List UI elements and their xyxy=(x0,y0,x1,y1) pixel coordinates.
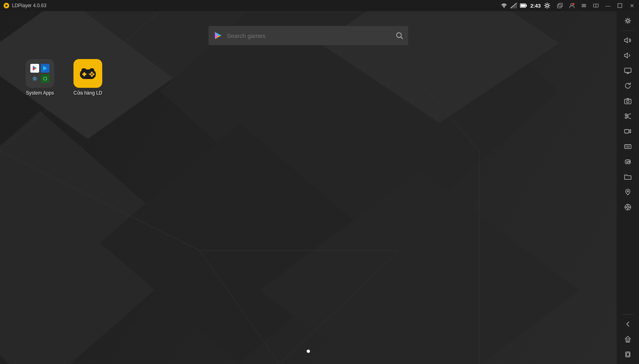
sidebar-camera-icon[interactable] xyxy=(620,94,636,108)
svg-line-45 xyxy=(627,114,631,115)
home-icon xyxy=(624,336,631,343)
system-apps-label: System Apps xyxy=(26,90,54,97)
display-mode-btn[interactable] xyxy=(590,0,601,11)
sidebar-divider-1 xyxy=(622,30,634,31)
sidebar-video-icon[interactable] xyxy=(620,124,636,138)
sidebar-keyboard-icon[interactable] xyxy=(620,139,636,154)
svg-line-23 xyxy=(401,37,403,39)
system-apps-icon[interactable]: System Apps xyxy=(24,59,56,97)
maximize-btn[interactable] xyxy=(614,0,625,11)
svg-point-29 xyxy=(91,72,93,74)
svg-rect-50 xyxy=(625,145,631,149)
close-btn[interactable]: ✕ xyxy=(626,0,637,11)
svg-point-30 xyxy=(93,73,95,75)
svg-line-46 xyxy=(627,117,631,119)
joystick-icon xyxy=(624,204,631,211)
sidebar-volume-down-icon[interactable] xyxy=(620,48,636,63)
svg-rect-38 xyxy=(625,68,631,73)
keyboard-icon xyxy=(624,143,631,150)
search-icon xyxy=(395,32,403,40)
svg-point-43 xyxy=(625,114,627,116)
location-pin-icon xyxy=(624,188,631,196)
search-bar[interactable] xyxy=(208,26,408,45)
sidebar-scissors-icon[interactable] xyxy=(620,109,636,123)
google-play-icon xyxy=(213,31,223,40)
back-arrow-icon xyxy=(624,320,631,328)
svg-rect-72 xyxy=(626,353,629,356)
svg-point-11 xyxy=(546,4,548,7)
gamepad-icon xyxy=(624,158,631,165)
emulator-viewport: System Apps xyxy=(0,11,617,364)
account-btn[interactable] xyxy=(566,0,577,11)
svg-rect-35 xyxy=(86,73,87,74)
recents-icon xyxy=(624,351,631,358)
svg-point-24 xyxy=(34,78,36,80)
svg-rect-13 xyxy=(559,3,562,7)
gear-icon xyxy=(624,17,631,24)
video-icon xyxy=(624,128,631,135)
search-input[interactable] xyxy=(227,32,391,39)
sidebar-recents-btn[interactable] xyxy=(620,347,636,362)
svg-rect-21 xyxy=(618,4,622,8)
svg-point-61 xyxy=(629,162,630,162)
status-area: 2:43 xyxy=(501,2,550,9)
sidebar-back-btn[interactable] xyxy=(620,317,636,331)
sidebar-gamepad-icon[interactable] xyxy=(620,154,636,169)
scissors-icon xyxy=(624,113,631,120)
desktop-icons-container: System Apps xyxy=(24,59,104,97)
minimize-btn[interactable]: — xyxy=(602,0,613,11)
sidebar-home-btn[interactable] xyxy=(620,332,636,346)
svg-point-31 xyxy=(91,75,93,77)
sidebar-folder-icon[interactable] xyxy=(620,170,636,184)
wifi-icon xyxy=(501,3,507,8)
right-sidebar xyxy=(617,11,639,364)
svg-point-62 xyxy=(627,190,629,192)
svg-point-33 xyxy=(81,68,86,71)
titlebar: LDPlayer 4.0.63 2:43 xyxy=(0,0,639,11)
ld-store-icon[interactable]: Cửa hàng LD xyxy=(72,59,104,97)
svg-point-2 xyxy=(504,7,504,8)
sidebar-joystick-icon[interactable] xyxy=(620,200,636,214)
svg-rect-41 xyxy=(625,99,631,104)
svg-point-34 xyxy=(89,68,94,71)
svg-rect-10 xyxy=(526,5,527,7)
battery-icon xyxy=(520,3,527,8)
svg-point-25 xyxy=(44,77,47,80)
svg-point-32 xyxy=(89,73,91,75)
menu-btn[interactable] xyxy=(578,0,589,11)
svg-rect-49 xyxy=(625,130,629,133)
titlebar-right: 2:43 xyxy=(501,0,639,11)
folder-icon xyxy=(624,173,631,180)
sidebar-location-icon[interactable] xyxy=(620,185,636,199)
ld-store-label: Cửa hàng LD xyxy=(73,90,102,97)
page-indicator-dot xyxy=(307,350,310,353)
svg-rect-9 xyxy=(521,4,525,7)
settings-icon[interactable] xyxy=(544,2,550,9)
signal-icon xyxy=(510,3,517,8)
svg-point-64 xyxy=(627,206,629,208)
svg-rect-28 xyxy=(83,72,85,76)
svg-point-37 xyxy=(627,20,629,22)
volume-up-icon xyxy=(624,37,631,44)
svg-rect-36 xyxy=(88,73,89,74)
sidebar-rotate-icon[interactable] xyxy=(620,79,636,93)
sidebar-settings-icon[interactable] xyxy=(620,14,636,28)
status-time: 2:43 xyxy=(530,3,541,9)
svg-line-48 xyxy=(627,116,629,117)
app-title: LDPlayer 4.0.63 xyxy=(12,3,46,8)
svg-point-42 xyxy=(627,100,629,103)
search-container xyxy=(208,26,408,45)
volume-down-icon xyxy=(624,52,631,59)
sidebar-display-icon[interactable] xyxy=(620,63,636,78)
ld-store-svg xyxy=(77,63,98,84)
monitor-icon xyxy=(624,67,631,74)
camera-icon xyxy=(624,97,631,105)
sidebar-volume-up-icon[interactable] xyxy=(620,33,636,47)
rotate-icon xyxy=(624,82,631,89)
titlebar-left: LDPlayer 4.0.63 xyxy=(0,2,46,9)
ldplayer-logo xyxy=(3,2,10,9)
multiinstance-btn[interactable] xyxy=(554,0,566,11)
svg-point-44 xyxy=(625,117,627,119)
svg-rect-12 xyxy=(558,4,561,8)
svg-point-15 xyxy=(573,3,575,5)
